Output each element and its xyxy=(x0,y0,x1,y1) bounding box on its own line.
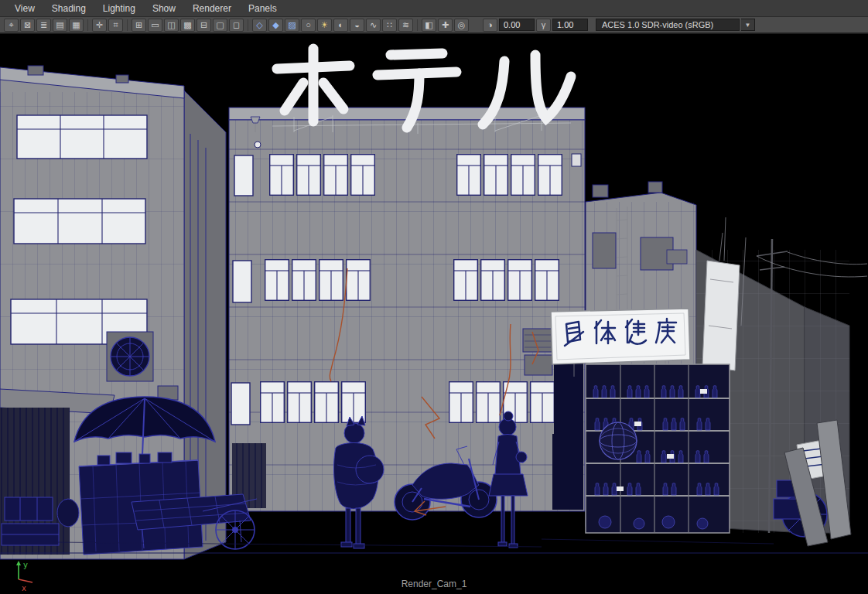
gamma-icon[interactable]: γ xyxy=(536,19,551,32)
menu-renderer[interactable]: Renderer xyxy=(186,2,238,15)
shadows-icon[interactable]: ◐ xyxy=(333,19,348,32)
axis-gizmo: y x xyxy=(16,561,32,592)
axis-y-label: y xyxy=(23,561,28,569)
lights-icon[interactable]: ☀ xyxy=(317,19,332,32)
scene-wireframe[interactable]: y x xyxy=(0,34,868,594)
smooth-shade-icon[interactable]: ◆ xyxy=(268,19,283,32)
chevron-down-icon[interactable]: ▼ xyxy=(741,19,755,31)
2d-pan-zoom-icon[interactable]: ✛ xyxy=(92,19,107,32)
colorspace-select[interactable]: ACES 1.0 SDR-video (sRGB) xyxy=(596,19,740,31)
select-camera-icon[interactable]: ⌖ xyxy=(4,19,19,32)
toolbar-separator xyxy=(127,19,128,31)
xray-icon[interactable]: ◧ xyxy=(422,19,436,32)
sphere-lantern[interactable] xyxy=(600,422,637,459)
food-cart[interactable] xyxy=(57,397,257,555)
maya-viewport-panel: View Shading Lighting Show Renderer Pane… xyxy=(0,0,868,594)
toolbar-separator xyxy=(248,19,248,31)
menu-view[interactable]: View xyxy=(8,2,42,15)
toolbar-separator xyxy=(87,19,88,31)
film-gate-icon[interactable]: ▭ xyxy=(148,19,162,32)
motion-blur-icon[interactable]: ∿ xyxy=(366,19,381,32)
default-material-icon[interactable]: ○ xyxy=(301,19,316,32)
wireframe-icon[interactable]: ◇ xyxy=(252,19,267,32)
viewport-3d[interactable]: y x Render_Cam_1 xyxy=(0,33,868,594)
menu-panels[interactable]: Panels xyxy=(241,2,284,15)
gate-mask-icon[interactable]: ▩ xyxy=(180,19,195,32)
grid-icon[interactable]: ⊞ xyxy=(132,19,146,32)
lock-camera-icon[interactable]: ⊠ xyxy=(20,19,35,32)
panel-toolbar: ⌖ ⊠ ≣ ▤ ▦ ✛ ⌗ ⊞ ▭ ◫ ▩ ⊟ ▢ ◻ ◇ ◆ ▨ ○ ☀ ◐ … xyxy=(0,17,868,33)
safe-action-icon[interactable]: ▢ xyxy=(213,19,227,32)
image-plane-icon[interactable]: ▦ xyxy=(69,19,84,32)
safe-title-icon[interactable]: ◻ xyxy=(229,19,244,32)
field-chart-icon[interactable]: ⊟ xyxy=(196,19,211,32)
xray-joints-icon[interactable]: ✚ xyxy=(438,19,453,32)
shelf-unit[interactable] xyxy=(586,364,730,533)
hotel-building[interactable] xyxy=(229,108,585,511)
gamma-field[interactable]: 1.00 xyxy=(552,19,588,31)
multisample-icon[interactable]: ∷ xyxy=(382,19,397,32)
fog-icon[interactable]: ≋ xyxy=(398,19,413,32)
toolbar-separator xyxy=(417,19,418,31)
zoom-region-icon[interactable]: ⌗ xyxy=(108,19,123,32)
menu-show[interactable]: Show xyxy=(145,2,183,15)
exposure-icon[interactable]: ◑ xyxy=(483,19,497,32)
resolution-gate-icon[interactable]: ◫ xyxy=(164,19,179,32)
cart-wheel xyxy=(216,510,255,549)
textured-icon[interactable]: ▨ xyxy=(285,19,299,32)
ambient-occlusion-icon[interactable]: ◒ xyxy=(350,19,364,32)
menu-shading[interactable]: Shading xyxy=(45,2,93,15)
camera-attributes-icon[interactable]: ≣ xyxy=(36,19,51,32)
wall-fan-unit[interactable] xyxy=(107,332,153,381)
panel-menubar: View Shading Lighting Show Renderer Pane… xyxy=(0,0,868,17)
isolate-select-icon[interactable]: ◎ xyxy=(454,19,469,32)
exposure-field[interactable]: 0.00 xyxy=(499,19,535,31)
axis-x-label: x xyxy=(22,584,26,592)
menu-lighting[interactable]: Lighting xyxy=(96,2,142,15)
bookmark-icon[interactable]: ▤ xyxy=(53,19,67,32)
